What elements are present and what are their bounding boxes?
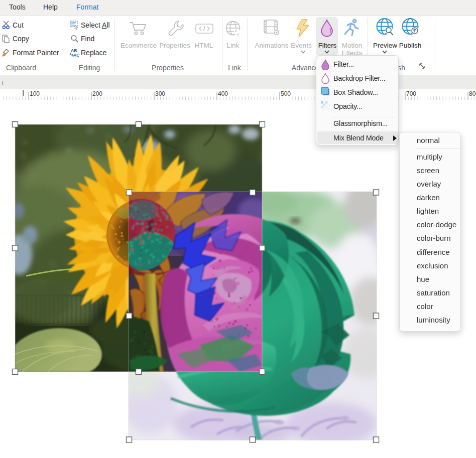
svg-text:100: 100 bbox=[30, 90, 40, 97]
svg-text:AC: AC bbox=[73, 53, 79, 58]
svg-text:300: 300 bbox=[155, 90, 165, 97]
svg-text:500: 500 bbox=[281, 90, 291, 97]
svg-text:200: 200 bbox=[92, 90, 102, 97]
svg-text:800: 800 bbox=[469, 90, 476, 97]
svg-text:700: 700 bbox=[406, 90, 416, 97]
svg-text:400: 400 bbox=[218, 90, 228, 97]
